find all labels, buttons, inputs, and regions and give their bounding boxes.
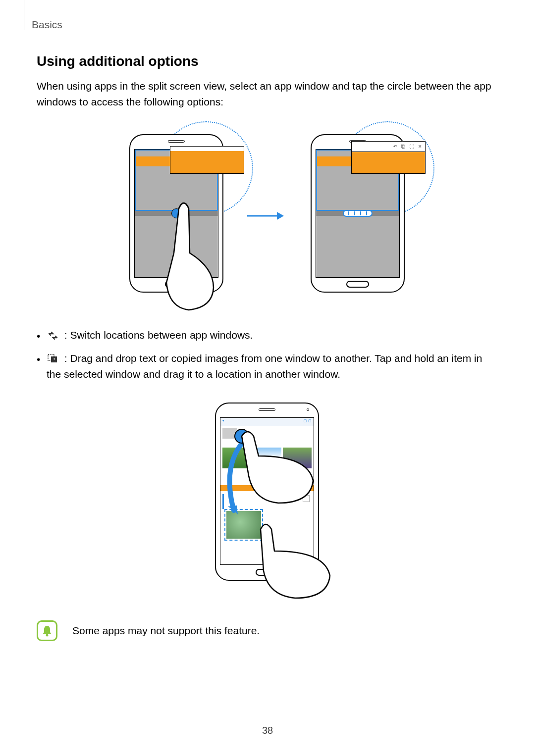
intro-paragraph: When using apps in the split screen view… (37, 78, 497, 109)
hand-drop-icon (251, 516, 335, 601)
page-number: 38 (262, 725, 273, 736)
section-heading: Using additional options (37, 53, 497, 69)
note-block: Some apps may not support this feature. (37, 620, 497, 641)
phone-before (124, 124, 228, 307)
drag-mini-icon: ⿻ (401, 144, 406, 149)
switch-mini-icon: ↶ (393, 144, 397, 149)
hand-hold-icon (234, 426, 318, 505)
bullet-switch-text: : Switch locations between app windows. (61, 329, 253, 341)
drag-drop-icon (47, 353, 59, 363)
phone-after: ↶ ⿻ ⛶ ✕ (306, 124, 410, 307)
split-handle-toolbar (343, 210, 373, 217)
svg-rect-1 (51, 356, 57, 362)
bullet-switch: • : Switch locations between app windows… (37, 327, 497, 345)
arrow-right-icon (247, 211, 287, 221)
note-text: Some apps may not support this feature. (72, 625, 260, 637)
breadcrumb: Basics (32, 19, 62, 31)
bullet-drag-text: : Drag and drop text or copied images fr… (47, 353, 482, 380)
switch-windows-icon (47, 331, 59, 341)
hand-tap-icon (159, 194, 233, 312)
svg-point-3 (46, 634, 49, 636)
close-mini-icon: ✕ (418, 144, 422, 149)
figure-drag-drop: ▾▢ ▢ (37, 398, 497, 596)
bullet-drag: • : Drag and drop text or copied images … (37, 351, 497, 383)
note-bell-icon (37, 620, 57, 641)
expand-mini-icon: ⛶ (410, 144, 414, 149)
figure-split-options: ↶ ⿻ ⛶ ✕ (37, 124, 497, 307)
